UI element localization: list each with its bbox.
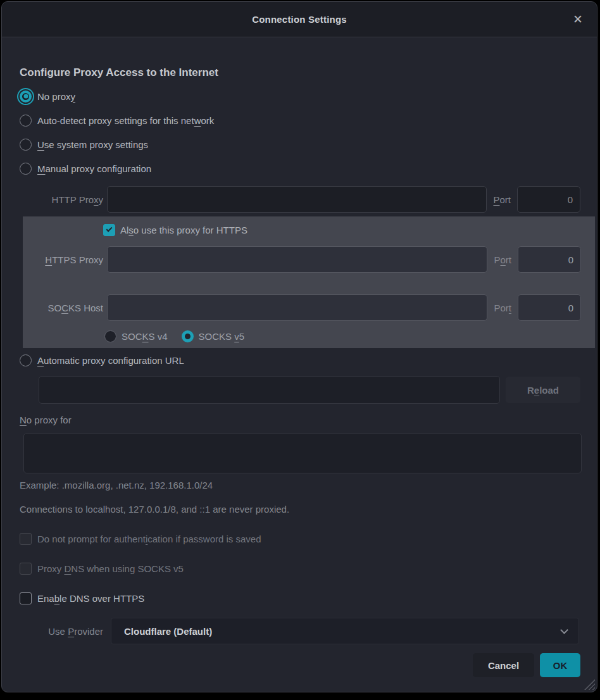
- connection-settings-dialog: Connection Settings ✕ Configure Proxy Ac…: [1, 1, 597, 692]
- https-port-label: Port: [494, 254, 511, 265]
- proxy-dns-label: Proxy DNS when using SOCKS v5: [37, 563, 184, 574]
- radio-auto-detect[interactable]: Auto-detect proxy settings for this netw…: [20, 108, 597, 132]
- https-proxy-label: HTTPS Proxy: [23, 254, 103, 265]
- dialog-title: Connection Settings: [252, 14, 347, 25]
- auto-config-url-row: Reload: [39, 376, 580, 404]
- checkbox-enable-doh-row[interactable]: Enable DNS over HTTPS: [20, 591, 597, 606]
- checkbox-icon[interactable]: [20, 563, 32, 575]
- reload-button[interactable]: Reload: [506, 377, 580, 403]
- enable-doh-label: Enable DNS over HTTPS: [37, 593, 144, 604]
- radio-socks-v5-label: SOCKS v5: [199, 331, 245, 342]
- radio-manual-proxy[interactable]: Manual proxy configuration: [20, 156, 597, 180]
- use-provider-label: Use Provider: [20, 626, 103, 637]
- radio-auto-config-url[interactable]: Automatic proxy configuration URL: [20, 349, 597, 371]
- socks-host-label: SOCKS Host: [23, 303, 103, 313]
- radio-button-icon[interactable]: [20, 354, 32, 366]
- dialog-footer: Cancel OK: [2, 653, 580, 677]
- also-https-checkbox-row[interactable]: Also use this proxy for HTTPS: [103, 223, 581, 236]
- checkbox-checked-icon[interactable]: [103, 224, 115, 236]
- radio-auto-config-url-label: Automatic proxy configuration URL: [37, 355, 184, 366]
- check-icon: [106, 225, 113, 232]
- radio-manual-proxy-label: Manual proxy configuration: [37, 163, 151, 174]
- checkbox-proxy-dns-row[interactable]: Proxy DNS when using SOCKS v5: [20, 561, 597, 576]
- localhost-note-text: Connections to localhost, 127.0.0.1/8, a…: [20, 504, 597, 515]
- radio-button-icon[interactable]: [20, 163, 32, 175]
- proxy-mode-radiogroup: No proxy Auto-detect proxy settings for …: [2, 84, 597, 180]
- no-prompt-label: Do not prompt for authentication if pass…: [37, 534, 261, 544]
- http-proxy-label: HTTP Proxy: [2, 194, 103, 205]
- radio-button-icon[interactable]: [20, 139, 32, 151]
- cancel-button[interactable]: Cancel: [473, 653, 534, 677]
- checkbox-no-prompt-row[interactable]: Do not prompt for authentication if pass…: [20, 531, 597, 546]
- http-proxy-input[interactable]: [107, 186, 487, 213]
- radio-button-icon[interactable]: [20, 91, 32, 103]
- no-proxy-for-label: No proxy for: [20, 415, 597, 425]
- https-proxy-input[interactable]: [107, 246, 487, 273]
- checkbox-icon[interactable]: [20, 592, 32, 604]
- http-port-input[interactable]: [517, 186, 580, 213]
- no-proxy-example-text: Example: .mozilla.org, .net.nz, 192.168.…: [20, 480, 597, 491]
- chevron-down-icon: [560, 626, 568, 634]
- checkbox-icon[interactable]: [20, 533, 32, 545]
- radio-socks-v4-label: SOCKS v4: [122, 331, 168, 342]
- radio-system-proxy[interactable]: Use system proxy settings: [20, 132, 597, 156]
- radio-socks-v4[interactable]: [104, 330, 116, 342]
- dialog-titlebar: Connection Settings ✕: [2, 2, 597, 37]
- also-https-label: Also use this proxy for HTTPS: [120, 225, 247, 235]
- page-title: Configure Proxy Access to the Internet: [20, 66, 597, 79]
- radio-system-proxy-label: Use system proxy settings: [37, 139, 148, 150]
- radio-no-proxy-label: No proxy: [37, 91, 75, 102]
- reload-button-label: Reload: [527, 385, 559, 396]
- http-port-label: Port: [493, 194, 511, 205]
- https-proxy-row: HTTPS Proxy Port: [23, 246, 581, 273]
- doh-provider-row: Use Provider Cloudflare (Default): [20, 618, 579, 644]
- https-port-input[interactable]: [518, 246, 581, 273]
- radio-no-proxy[interactable]: No proxy: [20, 84, 597, 108]
- auto-config-url-input[interactable]: [39, 376, 500, 404]
- provider-selected-value: Cloudflare (Default): [124, 626, 561, 637]
- socks-host-row: SOCKS Host Port: [23, 294, 581, 321]
- socks-port-input[interactable]: [518, 294, 581, 321]
- radio-auto-detect-label: Auto-detect proxy settings for this netw…: [37, 115, 214, 126]
- resize-grip[interactable]: [584, 679, 595, 690]
- socks-port-label: Port: [494, 303, 511, 313]
- no-proxy-for-textarea[interactable]: [23, 433, 582, 473]
- socks-host-input[interactable]: [107, 294, 487, 321]
- socks-version-radiogroup: SOCKS v4 SOCKS v5: [104, 328, 581, 344]
- https-socks-highlight-band: Also use this proxy for HTTPS HTTPS Prox…: [23, 216, 595, 348]
- provider-select[interactable]: Cloudflare (Default): [111, 618, 579, 644]
- radio-button-icon[interactable]: [20, 115, 32, 127]
- close-icon: ✕: [573, 13, 583, 25]
- close-button[interactable]: ✕: [568, 9, 588, 30]
- ok-button[interactable]: OK: [540, 653, 580, 677]
- http-proxy-row: HTTP Proxy Port: [2, 186, 580, 213]
- radio-socks-v5[interactable]: [182, 330, 194, 342]
